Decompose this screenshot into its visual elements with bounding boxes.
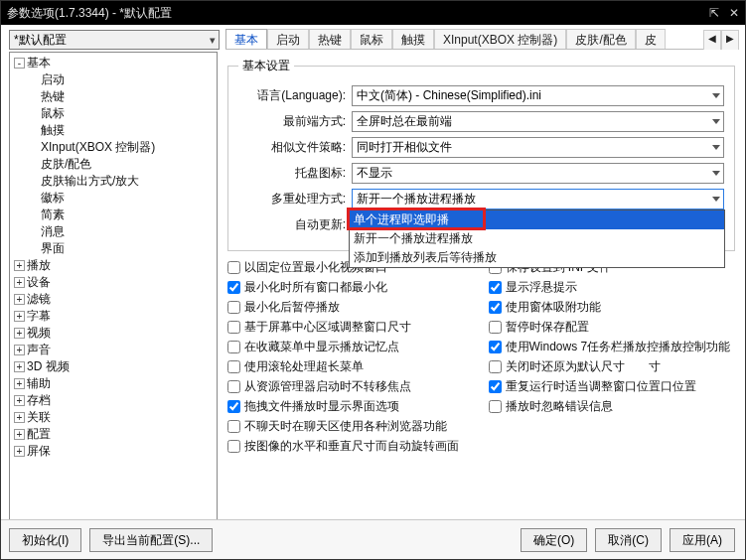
tab-0[interactable]: 基本 [225,29,267,49]
checkbox-option[interactable]: 使用滚轮处理超长菜单 [227,356,475,376]
profile-select[interactable]: *默认配置 [9,30,220,50]
tree-item[interactable]: 皮肤输出方式/放大 [41,174,139,188]
checkbox-input[interactable] [227,360,240,373]
tree-item[interactable]: 鼠标 [41,106,65,120]
tree-item[interactable]: 辅助 [27,376,51,390]
combo-similar[interactable]: 同时打开相似文件 [352,137,724,158]
tree-item[interactable]: 热键 [41,89,65,103]
checkbox-input[interactable] [227,380,240,393]
category-tree[interactable]: -基本启动热键鼠标触摸XInput(XBOX 控制器)皮肤/配色皮肤输出方式/放… [9,52,218,522]
tree-item[interactable]: XInput(XBOX 控制器) [41,140,155,154]
checkbox-input[interactable] [489,360,502,373]
tree-item[interactable]: 字幕 [27,309,51,323]
checkbox-option[interactable]: 最小化后暂停播放 [227,297,475,317]
ok-button[interactable]: 确定(O) [521,528,587,552]
checkbox-option[interactable]: 按图像的水平和垂直尺寸而自动旋转画面 [227,436,735,456]
tab-5[interactable]: XInput(XBOX 控制器) [434,29,566,49]
tree-item[interactable]: 播放 [27,258,51,272]
tree-item[interactable]: 皮肤/配色 [41,157,91,171]
tree-item[interactable]: 简素 [41,208,65,221]
tab-1[interactable]: 启动 [267,29,309,49]
tree-item[interactable]: 配置 [27,427,51,441]
tree-toggle[interactable]: + [14,361,25,372]
tree-toggle[interactable]: + [14,260,25,271]
tree-toggle[interactable]: + [14,446,25,457]
checkbox-input[interactable] [489,281,502,294]
tree-toggle[interactable]: + [14,328,25,339]
tree-item[interactable]: 启动 [41,72,65,86]
combo-multi[interactable]: 新开一个播放进程播放 [352,189,724,210]
cancel-button[interactable]: 取消(C) [595,528,662,552]
tree-item[interactable]: 声音 [27,343,51,356]
tree-toggle[interactable]: + [14,412,25,423]
tree-toggle[interactable]: + [14,311,25,322]
checkbox-input[interactable] [227,261,240,274]
checkbox-input[interactable] [227,420,240,433]
tree-item[interactable]: 界面 [41,241,65,255]
checkbox-option[interactable]: 播放时忽略错误信息 [489,396,736,416]
init-button[interactable]: 初始化(I) [9,528,81,552]
checkbox-option[interactable]: 最小化时所有窗口都最小化 [227,277,475,297]
dropdown-option[interactable]: 单个进程即选即播 [350,210,724,229]
tree-item[interactable]: 存档 [27,393,51,407]
tree-toggle[interactable]: + [14,395,25,406]
multi-dropdown-list[interactable]: 单个进程即选即播新开一个播放进程播放添加到播放列表后等待播放 [349,210,725,268]
checkbox-option[interactable]: 关闭时还原为默认尺寸 寸 [489,356,736,376]
apply-button[interactable]: 应用(A) [670,528,735,552]
checkbox-option[interactable]: 不聊天时在聊天区使用各种浏览器功能 [227,416,735,436]
tab-scroll-right[interactable]: ▶ [721,30,739,50]
tab-strip: 基本启动热键鼠标触摸XInput(XBOX 控制器)皮肤/配色皮 [225,29,703,50]
checkbox-input[interactable] [227,301,240,314]
tree-toggle[interactable]: + [14,277,25,288]
tree-item[interactable]: 基本 [27,56,51,70]
checkbox-input[interactable] [489,321,502,334]
dropdown-option[interactable]: 新开一个播放进程播放 [350,229,724,248]
pin-icon[interactable]: ⇱ [709,6,719,20]
tree-item[interactable]: 视频 [27,326,51,340]
checkbox-input[interactable] [227,341,240,353]
tree-item[interactable]: 屏保 [27,444,51,458]
tab-6[interactable]: 皮肤/配色 [566,29,635,49]
combo-topmost[interactable]: 全屏时总在最前端 [352,111,724,132]
checkbox-input[interactable] [489,341,502,353]
tree-item[interactable]: 滤镜 [27,292,51,306]
checkbox-option[interactable]: 使用Windows 7任务栏播放控播放控制功能 [489,337,736,356]
tree-toggle[interactable]: + [14,429,25,440]
checkbox-option[interactable]: 从资源管理器启动时不转移焦点 [227,376,475,396]
tab-4[interactable]: 触摸 [392,29,434,49]
checkbox-option[interactable]: 在收藏菜单中显示播放记忆点 [227,337,475,356]
checkbox-input[interactable] [227,400,240,413]
tree-item[interactable]: 徽标 [41,191,65,205]
combo-language[interactable]: 中文(简体) - Chinese(Simplified).ini [352,85,724,106]
checkbox-input[interactable] [489,400,502,413]
export-button[interactable]: 导出当前配置(S)... [89,528,213,552]
tab-3[interactable]: 鼠标 [351,29,392,49]
checkbox-option[interactable]: 暂停时保存配置 [489,317,736,337]
checkbox-option[interactable]: 使用窗体吸附功能 [489,297,736,317]
tree-item[interactable]: 3D 视频 [27,359,70,373]
tree-item[interactable]: 触摸 [41,123,65,137]
checkbox-option[interactable]: 拖拽文件播放时显示界面选项 [227,396,475,416]
tree-toggle[interactable]: + [14,378,25,389]
checkbox-option[interactable]: 基于屏幕中心区域调整窗口尺寸 [227,317,475,337]
close-icon[interactable]: ✕ [729,6,739,20]
tab-2[interactable]: 热键 [309,29,351,49]
tree-item[interactable]: 设备 [27,275,51,289]
tree-toggle[interactable]: - [14,58,25,69]
combo-tray[interactable]: 不显示 [352,163,724,184]
checkbox-input[interactable] [227,440,240,453]
checkbox-label: 暂停时保存配置 [506,317,589,337]
tab-7[interactable]: 皮 [636,29,666,49]
dropdown-option[interactable]: 添加到播放列表后等待播放 [350,248,724,267]
checkbox-input[interactable] [489,380,502,393]
checkbox-input[interactable] [227,321,240,334]
checkbox-input[interactable] [227,281,240,294]
checkbox-input[interactable] [489,301,502,314]
checkbox-option[interactable]: 重复运行时适当调整窗口位置口位置 [489,376,736,396]
checkbox-option[interactable]: 显示浮悬提示 [489,277,736,297]
tree-toggle[interactable]: + [14,345,25,355]
tab-scroll-left[interactable]: ◀ [703,30,721,50]
tree-toggle[interactable]: + [14,294,25,305]
tree-item[interactable]: 关联 [27,410,51,424]
tree-item[interactable]: 消息 [41,224,65,238]
